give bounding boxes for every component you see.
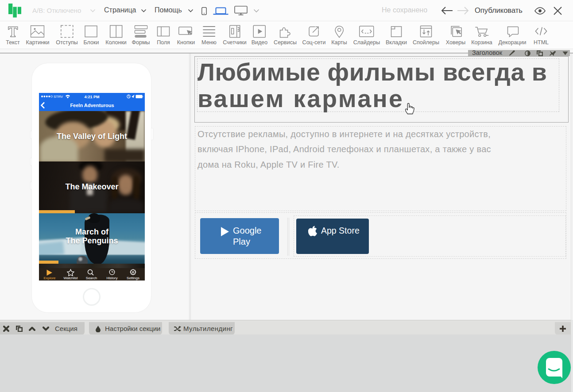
svg-text:Watchlist: Watchlist xyxy=(63,276,78,280)
svg-text:STRV: STRV xyxy=(54,95,63,99)
svg-text:History: History xyxy=(107,276,118,280)
svg-text:Explore: Explore xyxy=(43,276,56,280)
svg-text:Settings: Settings xyxy=(127,276,139,280)
svg-text:4:21 PM: 4:21 PM xyxy=(84,95,99,99)
svg-text:Search: Search xyxy=(86,276,97,280)
svg-text:Feeln Adventurous: Feeln Adventurous xyxy=(70,103,114,108)
